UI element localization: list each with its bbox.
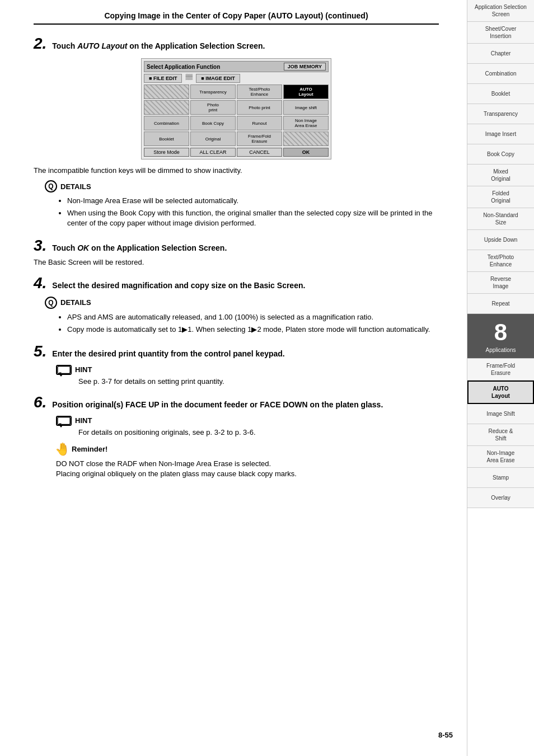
step-4-details: Q DETAILS APS and AMS are automatically … <box>45 297 439 335</box>
reminder-icon-6: 🤚 <box>56 442 68 457</box>
app-sel-tabs: ■ FILE EDIT ▒▒ ■ IMAGE EDIT <box>144 74 329 83</box>
grid-cell-3-4: Non ImageArea Erase <box>283 116 329 130</box>
app-selection-screenshot: Select Application Function JOB MEMORY ■… <box>141 58 331 159</box>
sidebar-item-upside-down[interactable]: Upside Down <box>467 230 534 250</box>
grid-cell-2-4: Image shift <box>283 100 329 115</box>
app-sel-tab-file-edit: ■ FILE EDIT <box>144 74 182 83</box>
grid-cell-1-2: Transparency <box>190 84 236 99</box>
cancel-btn: CANCEL <box>237 148 282 157</box>
sidebar-item-image-insert[interactable]: Image Insert <box>467 124 534 144</box>
details-list-2: Non-Image Area Erase will be selected au… <box>67 196 439 229</box>
grid-cell-1-3: Test/PhotoEnhance <box>237 84 282 99</box>
page-title: Copying Image in the Center of Copy Pape… <box>34 11 439 25</box>
hint-text-6: For details on positioning originals, se… <box>78 428 439 436</box>
step-2-details: Q DETAILS Non-Image Area Erase will be s… <box>45 180 439 229</box>
details-item-2-1: Non-Image Area Erase will be selected au… <box>67 196 439 206</box>
grid-cell-3-2: Book Copy <box>190 116 236 130</box>
grid-cell-4-1: Booklet <box>144 132 189 146</box>
step-2-instruction: The incompatible function keys will be d… <box>34 166 439 175</box>
grid-cell-2-2: Photoprint <box>190 100 236 115</box>
step-4-number: 4. <box>34 275 46 291</box>
app-sel-grid: Transparency Test/PhotoEnhance AUTOLayou… <box>144 84 329 146</box>
sidebar-item-non-standard-size[interactable]: Non-StandardSize <box>467 208 534 230</box>
svg-rect-0 <box>58 366 70 373</box>
details-item-2-2: When using the Book Copy with this funct… <box>67 208 439 228</box>
details-item-4-1: APS and AMS are automatically released, … <box>67 312 439 322</box>
ok-btn: OK <box>283 148 329 157</box>
details-header-4: Q DETAILS <box>45 297 439 309</box>
sidebar-item-overlay[interactable]: Overlay <box>467 488 534 508</box>
details-item-4-2: Copy mode is automatically set to 1▶1. W… <box>67 325 439 335</box>
step-6-hint: HINT For details on positioning original… <box>56 416 439 436</box>
sidebar-item-sheet-cover[interactable]: Sheet/CoverInsertion <box>467 22 534 44</box>
sidebar-item-application-selection[interactable]: Application Selection Screen <box>467 0 534 22</box>
app-sel-tab-image-edit: ■ IMAGE EDIT <box>196 74 240 83</box>
sidebar-item-reverse-image[interactable]: ReverseImage <box>467 272 534 294</box>
tab-separator: ▒▒ <box>183 74 195 83</box>
grid-cell-1-4: AUTOLayout <box>283 84 329 99</box>
sidebar-item-text-photo-enhance[interactable]: Text/PhotoEnhance <box>467 250 534 272</box>
step-3-text: Touch OK on the Application Selection Sc… <box>52 243 227 252</box>
step-3-instruction: The Basic Screen will be restored. <box>34 258 439 266</box>
sidebar-item-repeat[interactable]: Repeat <box>467 294 534 314</box>
sidebar-item-non-image-area-erase[interactable]: Non-ImageArea Erase <box>467 446 534 468</box>
step-6-header: 6. Position original(s) FACE UP in the d… <box>34 395 439 410</box>
app-sel-title-bar: Select Application Function JOB MEMORY <box>144 61 329 72</box>
step-5-hint: HINT See p. 3-7 for details on setting p… <box>56 365 439 386</box>
hint-icon-6 <box>56 416 72 426</box>
grid-cell-3-3: Runout <box>237 116 282 130</box>
chapter-label: Applications <box>486 347 516 353</box>
grid-cell-2-3: Photo print <box>237 100 282 115</box>
grid-cell-3-1: Combination <box>144 116 189 130</box>
app-sel-bottom-buttons: Store Mode ALL CLEAR CANCEL OK <box>144 148 329 157</box>
grid-cell-4-3: Frame/FoldErasure <box>237 132 282 146</box>
hint-header-6: HINT <box>56 416 439 426</box>
sidebar-chapter-8: 8 Applications <box>467 314 534 359</box>
grid-cell-4-4 <box>283 132 329 146</box>
step-5-text: Enter the desired print quantity from th… <box>52 349 284 358</box>
sidebar-item-folded-original[interactable]: FoldedOriginal <box>467 186 534 208</box>
chapter-number: 8 <box>494 319 507 346</box>
hint-icon-5 <box>56 365 72 375</box>
details-icon-4: Q <box>45 297 57 309</box>
step-2-text: Touch AUTO Layout on the Application Sel… <box>52 41 265 50</box>
sidebar-item-chapter[interactable]: Chapter <box>467 44 534 64</box>
step-2-header: 2. Touch AUTO Layout on the Application … <box>34 36 439 51</box>
step-5-number: 5. <box>34 344 46 359</box>
step-6-number: 6. <box>34 395 46 410</box>
grid-cell-2-1 <box>144 100 189 115</box>
sidebar-item-book-copy[interactable]: Book Copy <box>467 144 534 165</box>
sidebar-item-stamp[interactable]: Stamp <box>467 468 534 488</box>
step-2-number: 2. <box>34 36 46 51</box>
details-header-2: Q DETAILS <box>45 180 439 192</box>
svg-rect-2 <box>58 417 70 424</box>
step-4-header: 4. Select the desired magnification and … <box>34 275 439 291</box>
reminder-text-6: DO NOT close the RADF when Non-Image Are… <box>56 459 439 479</box>
hint-text-5: See p. 3-7 for details on setting print … <box>78 377 439 386</box>
sidebar-item-image-shift[interactable]: Image Shift <box>467 404 534 424</box>
step-6-reminder: 🤚 Reminder! DO NOT close the RADF when N… <box>56 442 439 479</box>
step-5-header: 5. Enter the desired print quantity from… <box>34 344 439 359</box>
sidebar-item-booklet[interactable]: Booklet <box>467 84 534 104</box>
grid-cell-1-1 <box>144 84 189 99</box>
details-list-4: APS and AMS are automatically released, … <box>67 312 439 335</box>
sidebar-item-reduce-shift[interactable]: Reduce &Shift <box>467 424 534 446</box>
sidebar-item-mixed-original[interactable]: MixedOriginal <box>467 165 534 186</box>
hint-header-5: HINT <box>56 365 439 375</box>
page-number: 8-55 <box>438 731 453 739</box>
sidebar: Application Selection Screen Sheet/Cover… <box>467 0 534 756</box>
app-sel-title: Select Application Function <box>147 64 220 70</box>
sidebar-item-frame-fold-erasure[interactable]: Frame/FoldErasure <box>467 359 534 381</box>
sidebar-item-transparency[interactable]: Transparency <box>467 104 534 124</box>
step-3-header: 3. Touch OK on the Application Selection… <box>34 238 439 253</box>
grid-cell-4-2: Original <box>190 132 236 146</box>
store-mode-btn: Store Mode <box>144 148 189 157</box>
sidebar-item-combination[interactable]: Combination <box>467 64 534 84</box>
details-icon-2: Q <box>45 180 57 192</box>
job-memory-btn: JOB MEMORY <box>284 63 326 71</box>
main-content: Copying Image in the Center of Copy Pape… <box>0 0 461 507</box>
step-3-number: 3. <box>34 238 46 253</box>
all-clear-btn: ALL CLEAR <box>190 148 236 157</box>
sidebar-item-auto-layout[interactable]: AUTOLayout <box>467 381 534 404</box>
reminder-header-6: 🤚 Reminder! <box>56 442 439 457</box>
